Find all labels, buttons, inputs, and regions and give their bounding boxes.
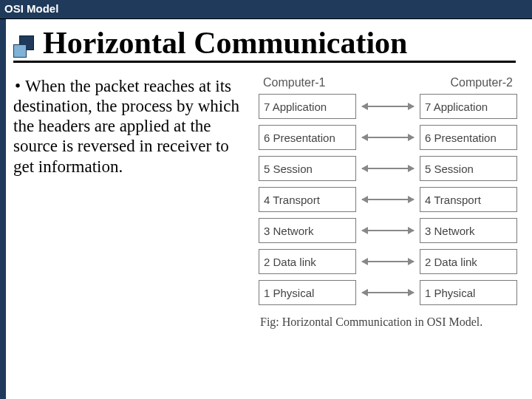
content-area: •When the packet reaches at its destinat… [13, 76, 526, 329]
title-bullet-icon [13, 35, 38, 58]
bullet-paragraph: •When the packet reaches at its destinat… [13, 76, 259, 177]
left-stripe [0, 19, 6, 399]
layer-box: 5 Session [259, 156, 356, 181]
double-arrow-icon [362, 168, 414, 169]
layer-box: 5 Session [420, 156, 517, 181]
double-arrow-icon [362, 230, 414, 231]
double-arrow-icon [362, 106, 414, 107]
right-stack: 7 Application 6 Presentation 5 Session 4… [420, 94, 517, 305]
diagram-column-headers: Computer-1 Computer-2 [263, 76, 513, 89]
layer-box: 2 Data link [420, 249, 517, 274]
arrow-column [361, 94, 415, 305]
bullet-dot-icon: • [15, 76, 25, 96]
diagram-caption: Fig: Horizontal Communication in OSI Mod… [259, 316, 517, 329]
page-title: Horizontal Communication [43, 27, 407, 61]
slide-header: OSI Model [0, 0, 532, 19]
double-arrow-icon [362, 292, 414, 293]
layer-box: 6 Presentation [420, 125, 517, 150]
right-column-header: Computer-2 [451, 76, 513, 89]
layer-box: 1 Physical [420, 280, 517, 305]
layer-box: 6 Presentation [259, 125, 356, 150]
left-column-header: Computer-1 [263, 76, 325, 89]
layer-box: 1 Physical [259, 280, 356, 305]
diagram-stacks: 7 Application 6 Presentation 5 Session 4… [259, 94, 517, 305]
layer-box: 2 Data link [259, 249, 356, 274]
double-arrow-icon [362, 261, 414, 262]
double-arrow-icon [362, 199, 414, 200]
bullet-text: When the packet reaches at its destinati… [13, 77, 239, 176]
layer-box: 3 Network [259, 218, 356, 243]
layer-box: 3 Network [420, 218, 517, 243]
left-stack: 7 Application 6 Presentation 5 Session 4… [259, 94, 356, 305]
layer-box: 7 Application [259, 94, 356, 119]
osi-diagram: Computer-1 Computer-2 7 Application 6 Pr… [259, 76, 517, 329]
title-row: Horizontal Communication [13, 27, 516, 63]
header-title: OSI Model [4, 2, 58, 15]
layer-box: 7 Application [420, 94, 517, 119]
layer-box: 4 Transport [259, 187, 356, 212]
double-arrow-icon [362, 137, 414, 138]
layer-box: 4 Transport [420, 187, 517, 212]
